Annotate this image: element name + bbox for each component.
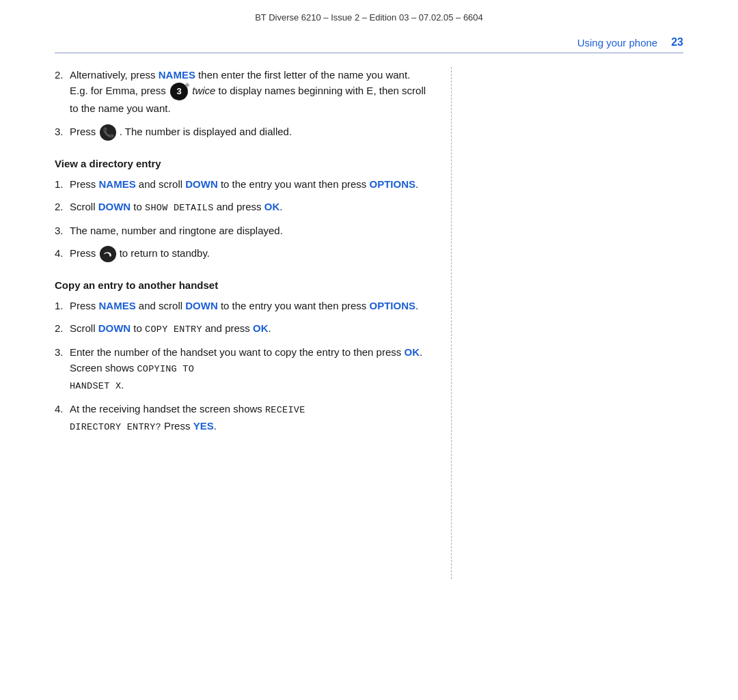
list-text: Scroll DOWN to COPY ENTRY and press OK. bbox=[70, 320, 430, 337]
names-keyword: NAMES bbox=[99, 178, 136, 190]
end-call-icon bbox=[99, 245, 117, 263]
list-item: 1. Press NAMES and scroll DOWN to the en… bbox=[55, 176, 430, 192]
ok-keyword: OK bbox=[264, 201, 280, 212]
button-3-icon: 3 bbox=[170, 83, 188, 100]
list-item: 2. Scroll DOWN to COPY ENTRY and press O… bbox=[55, 320, 430, 337]
yes-keyword: YES bbox=[193, 420, 214, 432]
options-keyword: OPTIONS bbox=[370, 178, 416, 190]
show-details-monospace: SHOW DETAILS bbox=[145, 203, 213, 213]
list-text: Press 📞 . The number is displayed and di… bbox=[70, 124, 430, 141]
section-intro: 2. Alternatively, press NAMES then enter… bbox=[55, 67, 430, 141]
options-keyword: OPTIONS bbox=[370, 300, 416, 311]
receive-monospace: RECEIVEDIRECTORY ENTRY? bbox=[70, 405, 305, 432]
side-column bbox=[451, 67, 683, 579]
content-columns: 2. Alternatively, press NAMES then enter… bbox=[55, 53, 683, 579]
list-item: 1. Press NAMES and scroll DOWN to the en… bbox=[55, 298, 430, 313]
list-text: Scroll DOWN to SHOW DETAILS and press OK… bbox=[70, 199, 430, 216]
ok-keyword: OK bbox=[253, 322, 269, 334]
page-header: BT Diverse 6210 – Issue 2 – Edition 03 –… bbox=[0, 0, 738, 31]
top-nav-page: 23 bbox=[671, 36, 683, 48]
list-text: The name, number and ringtone are displa… bbox=[70, 223, 430, 238]
list-text: At the receiving handset the screen show… bbox=[70, 401, 430, 435]
list-item: 4. Press to return to standby. bbox=[55, 245, 430, 263]
call-green-icon: 📞 bbox=[99, 124, 117, 141]
top-nav-title: Using your phone bbox=[577, 37, 658, 48]
main-column: 2. Alternatively, press NAMES then enter… bbox=[55, 67, 451, 579]
section-heading-copy: Copy an entry to another handset bbox=[55, 279, 430, 291]
list-number: 3. bbox=[55, 223, 70, 238]
list-item: 2. Scroll DOWN to SHOW DETAILS and press… bbox=[55, 199, 430, 216]
top-nav: Using your phone 23 bbox=[0, 31, 738, 48]
section-copy-entry: Copy an entry to another handset 1. Pres… bbox=[55, 279, 430, 435]
names-keyword: NAMES bbox=[159, 69, 195, 81]
list-text: Press to return to standby. bbox=[70, 245, 430, 263]
down-keyword: DOWN bbox=[185, 178, 218, 190]
down-keyword: DOWN bbox=[98, 322, 131, 334]
down-keyword: DOWN bbox=[185, 300, 218, 311]
names-keyword: NAMES bbox=[99, 300, 136, 311]
list-item: 3. Enter the number of the handset you w… bbox=[55, 344, 430, 394]
list-text: Press NAMES and scroll DOWN to the entry… bbox=[70, 298, 430, 313]
list-text: Alternatively, press NAMES then enter th… bbox=[70, 67, 430, 117]
list-item: 3. Press 📞 . The number is displayed and… bbox=[55, 124, 430, 141]
down-keyword: DOWN bbox=[98, 201, 131, 212]
list-number: 4. bbox=[55, 245, 70, 263]
page-container: BT Diverse 6210 – Issue 2 – Edition 03 –… bbox=[0, 0, 738, 700]
list-number: 3. bbox=[55, 124, 70, 141]
list-text: Press NAMES and scroll DOWN to the entry… bbox=[70, 176, 430, 192]
list-item: 2. Alternatively, press NAMES then enter… bbox=[55, 67, 430, 117]
header-text: BT Diverse 6210 – Issue 2 – Edition 03 –… bbox=[255, 12, 483, 23]
list-number: 2. bbox=[55, 320, 70, 337]
list-item: 4. At the receiving handset the screen s… bbox=[55, 401, 430, 435]
svg-text:📞: 📞 bbox=[102, 127, 114, 139]
list-number: 2. bbox=[55, 67, 70, 117]
copying-to-monospace: COPYING TOHANDSET X bbox=[70, 364, 194, 391]
list-number: 1. bbox=[55, 298, 70, 313]
section-view-directory: View a directory entry 1. Press NAMES an… bbox=[55, 158, 430, 263]
svg-point-2 bbox=[99, 246, 115, 262]
copy-entry-monospace: COPY ENTRY bbox=[145, 324, 202, 335]
list-number: 2. bbox=[55, 199, 70, 216]
section-heading-view: View a directory entry bbox=[55, 158, 430, 169]
twice-text: twice bbox=[192, 85, 215, 96]
ok-keyword: OK bbox=[404, 346, 420, 358]
list-number: 4. bbox=[55, 401, 70, 435]
list-number: 3. bbox=[55, 344, 70, 394]
list-item: 3. The name, number and ringtone are dis… bbox=[55, 223, 430, 238]
list-text: Enter the number of the handset you want… bbox=[70, 344, 430, 394]
list-number: 1. bbox=[55, 176, 70, 192]
